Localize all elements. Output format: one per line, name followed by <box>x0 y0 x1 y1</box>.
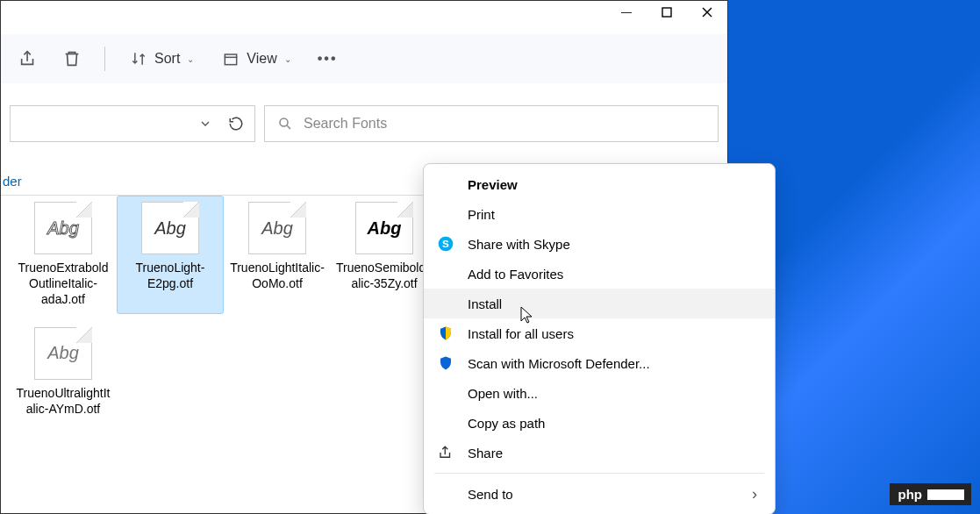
view-button[interactable]: View ⌄ <box>210 43 303 75</box>
delete-button[interactable] <box>52 42 92 75</box>
chevron-down-icon: ⌄ <box>284 54 291 64</box>
ctx-scan-defender[interactable]: Scan with Microsoft Defender... <box>424 348 775 378</box>
ctx-share-skype[interactable]: S Share with Skype <box>424 229 775 259</box>
sort-button[interactable]: Sort ⌄ <box>118 43 206 75</box>
context-menu: Preview Print S Share with Skype Add to … <box>423 163 776 514</box>
font-thumbnail: Abg <box>141 202 199 254</box>
ctx-print[interactable]: Print <box>424 199 775 229</box>
ctx-install[interactable]: Install <box>424 289 775 318</box>
file-name: TruenoSemiboldItalic-35Zy.otf <box>336 260 433 291</box>
ctx-install-all-users[interactable]: Install for all users <box>424 318 775 348</box>
ctx-share[interactable]: Share <box>424 438 775 468</box>
svg-rect-3 <box>225 57 237 64</box>
ctx-send-to[interactable]: Send to <box>424 479 775 509</box>
svg-text:S: S <box>442 238 449 249</box>
font-thumbnail: Abg <box>34 202 92 254</box>
skype-icon: S <box>436 234 455 253</box>
file-item[interactable]: Abg TruenoUltralightItalic-AYmD.otf <box>10 321 117 423</box>
search-box[interactable]: Search Fonts <box>264 105 719 142</box>
file-name: TruenoExtraboldOutlineItalic-adaJ.otf <box>15 260 111 308</box>
minimize-button[interactable]: — <box>606 0 647 25</box>
file-name: TruenoLightItalic-OoMo.otf <box>229 260 325 291</box>
search-placeholder: Search Fonts <box>304 116 387 132</box>
address-search-row: Search Fonts <box>1 99 727 148</box>
svg-point-4 <box>280 118 288 126</box>
file-item[interactable]: Abg TruenoLight-E2pg.otf <box>117 196 224 314</box>
search-icon <box>277 116 293 132</box>
file-item[interactable]: Abg TruenoExtraboldOutlineItalic-adaJ.ot… <box>10 196 117 314</box>
sort-label: Sort <box>154 51 180 67</box>
command-bar: Sort ⌄ View ⌄ ••• <box>1 34 727 83</box>
refresh-button[interactable] <box>228 116 244 132</box>
chevron-down-icon[interactable] <box>198 117 212 131</box>
address-bar[interactable] <box>10 105 255 142</box>
separator <box>104 46 105 71</box>
file-item[interactable]: Abg TruenoSemiboldItalic-35Zy.otf <box>331 196 438 314</box>
file-item[interactable]: Abg TruenoLightItalic-OoMo.otf <box>224 196 331 314</box>
shield-icon <box>436 324 455 343</box>
breadcrumb-fragment: der <box>3 174 22 189</box>
more-button[interactable]: ••• <box>307 44 348 74</box>
font-thumbnail: Abg <box>248 202 306 254</box>
ctx-preview[interactable]: Preview <box>424 169 775 199</box>
window-controls: — <box>606 0 727 25</box>
share-icon <box>436 443 455 462</box>
share-icon-button[interactable] <box>8 42 48 75</box>
watermark: php <box>890 483 972 505</box>
close-button[interactable] <box>687 0 727 25</box>
svg-rect-0 <box>662 8 671 17</box>
ctx-add-favorites[interactable]: Add to Favorites <box>424 259 775 289</box>
separator <box>434 473 764 474</box>
file-name: TruenoLight-E2pg.otf <box>122 260 218 291</box>
font-thumbnail: Abg <box>355 202 413 254</box>
maximize-button[interactable] <box>647 0 687 25</box>
ctx-copy-path[interactable]: Copy as path <box>424 408 775 438</box>
view-label: View <box>247 51 276 67</box>
file-name: TruenoUltralightItalic-AYmD.otf <box>15 385 111 417</box>
ctx-open-with[interactable]: Open with... <box>424 378 775 408</box>
font-thumbnail: Abg <box>34 327 92 380</box>
defender-shield-icon <box>436 353 455 373</box>
chevron-down-icon: ⌄ <box>187 54 194 64</box>
